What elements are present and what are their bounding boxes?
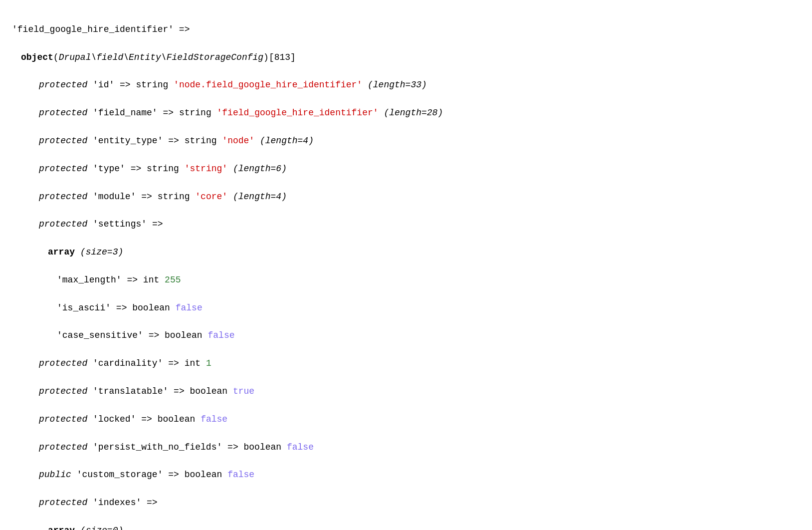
line-cardinality: protected 'cardinality' => int 1 xyxy=(12,358,211,368)
line-locked: protected 'locked' => boolean false xyxy=(12,414,227,424)
line-persist: protected 'persist_with_no_fields' => bo… xyxy=(12,442,314,452)
line-custom-storage: public 'custom_storage' => boolean false xyxy=(12,470,254,480)
line-field-name: protected 'field_name' => string 'field_… xyxy=(12,108,443,118)
settings-case-sensitive: 'case_sensitive' => boolean false xyxy=(12,330,235,340)
settings-max-length: 'max_length' => int 255 xyxy=(12,275,181,285)
line-entity-type: protected 'entity_type' => string 'node'… xyxy=(12,136,314,146)
settings-is-ascii: 'is_ascii' => boolean false xyxy=(12,303,203,313)
settings-array: array (size=3) xyxy=(12,247,123,257)
line-indexes: protected 'indexes' => xyxy=(12,498,158,508)
root-key: 'field_google_hire_identifier' => xyxy=(12,24,190,34)
line-type: protected 'type' => string 'string' (len… xyxy=(12,164,287,174)
line-id: protected 'id' => string 'node.field_goo… xyxy=(12,80,427,90)
object-line: object(Drupal\field\Entity\FieldStorageC… xyxy=(12,52,296,62)
line-module: protected 'module' => string 'core' (len… xyxy=(12,192,287,202)
indexes-array: array (size=0) xyxy=(12,526,123,530)
debug-output: 'field_google_hire_identifier' => object… xyxy=(12,9,800,530)
line-translatable: protected 'translatable' => boolean true xyxy=(12,386,254,396)
line-settings: protected 'settings' => xyxy=(12,219,163,229)
